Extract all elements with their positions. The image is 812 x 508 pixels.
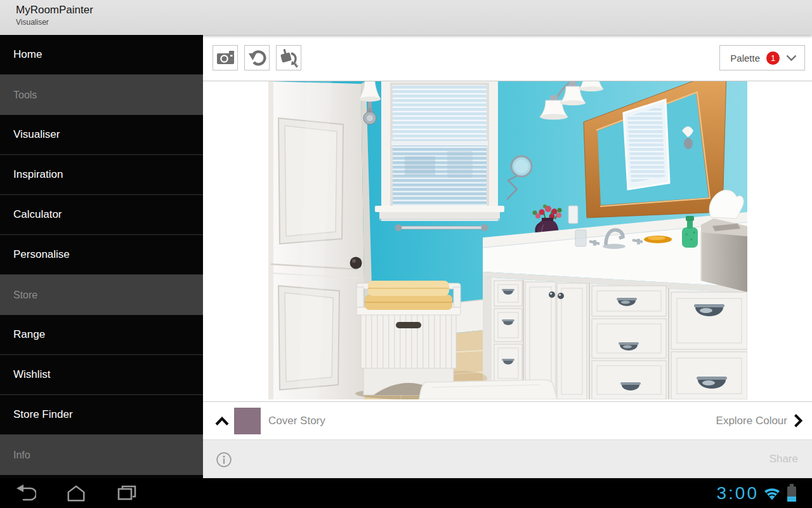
undo-icon bbox=[247, 48, 266, 67]
sidebar-item-home[interactable]: Home bbox=[0, 35, 203, 75]
nav-home-button[interactable] bbox=[65, 483, 88, 504]
battery-icon bbox=[785, 483, 798, 505]
sidebar-item-wishlist[interactable]: Wishlist bbox=[0, 355, 203, 395]
palette-dropdown[interactable]: Palette 1 bbox=[719, 45, 805, 70]
chevron-up-icon bbox=[214, 416, 230, 426]
status-clock: 3:00 bbox=[717, 483, 759, 504]
sidebar-section-tools: Tools bbox=[0, 75, 203, 115]
sidebar-item-inspiration[interactable]: Inspiration bbox=[0, 155, 203, 195]
selected-colour-bar: Cover Story Explore Colour bbox=[203, 401, 812, 439]
chevron-right-icon bbox=[794, 413, 802, 428]
explore-colour-button[interactable]: Explore Colour bbox=[716, 402, 802, 439]
sidebar-item-visualiser[interactable]: Visualiser bbox=[0, 115, 203, 155]
sidebar-item-store-finder[interactable]: Store Finder bbox=[0, 395, 203, 435]
door bbox=[268, 81, 375, 399]
explore-colour-label: Explore Colour bbox=[716, 415, 787, 427]
window-with-blinds bbox=[375, 81, 504, 221]
sidebar-item-calculator[interactable]: Calculator bbox=[0, 195, 203, 235]
chevron-down-icon bbox=[786, 55, 797, 62]
sidebar-section-info: Info bbox=[0, 435, 203, 475]
selected-colour-swatch[interactable] bbox=[234, 408, 261, 434]
recent-apps-icon bbox=[116, 483, 138, 504]
wifi-icon bbox=[763, 486, 782, 504]
paint-fill-button[interactable] bbox=[276, 45, 301, 70]
android-navigation-bar: 3:00 bbox=[0, 478, 812, 508]
info-button[interactable] bbox=[216, 451, 232, 468]
wall-outlet bbox=[568, 206, 578, 224]
home-icon bbox=[65, 483, 87, 504]
glass-cup bbox=[575, 230, 586, 246]
visualiser-toolbar: Palette 1 bbox=[203, 35, 812, 81]
collapse-panel-button[interactable] bbox=[212, 411, 232, 431]
sidebar-menu: Home Tools Visualiser Inspiration Calcul… bbox=[0, 35, 203, 478]
app-header: MyRoomPainter Visualiser bbox=[0, 0, 812, 35]
sidebar-item-personalise[interactable]: Personalise bbox=[0, 235, 203, 275]
paint-fill-icon bbox=[278, 48, 299, 68]
info-icon bbox=[216, 451, 232, 468]
share-button[interactable]: Share bbox=[769, 440, 798, 478]
undo-button[interactable] bbox=[244, 45, 270, 70]
palette-count-badge: 1 bbox=[766, 51, 780, 65]
selected-colour-name: Cover Story bbox=[268, 402, 325, 439]
soap-dish bbox=[644, 236, 672, 243]
room-photo bbox=[268, 81, 747, 399]
nav-back-button[interactable] bbox=[14, 483, 37, 504]
camera-icon bbox=[216, 50, 235, 66]
sidebar-item-range[interactable]: Range bbox=[0, 315, 203, 355]
sidebar-section-store: Store bbox=[0, 275, 203, 315]
yellow-towels bbox=[365, 281, 452, 310]
bath-mat bbox=[419, 380, 557, 399]
app-subtitle: Visualiser bbox=[16, 18, 49, 27]
room-photo-canvas[interactable] bbox=[268, 81, 747, 399]
app-title: MyRoomPainter bbox=[16, 4, 93, 17]
nav-recent-apps-button[interactable] bbox=[115, 483, 138, 504]
back-icon bbox=[15, 483, 36, 504]
palette-label: Palette bbox=[730, 53, 760, 64]
action-bar: Share bbox=[203, 439, 812, 478]
door-knob bbox=[350, 257, 362, 269]
camera-button[interactable] bbox=[213, 45, 238, 70]
